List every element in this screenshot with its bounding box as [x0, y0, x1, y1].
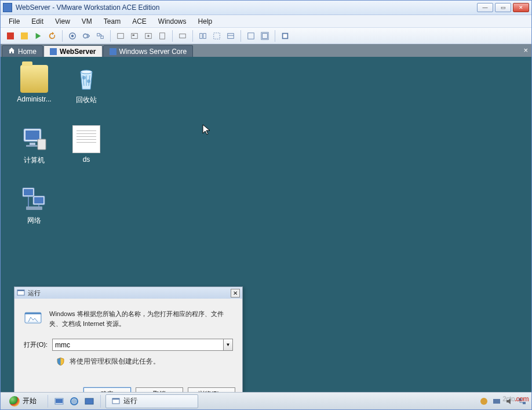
vmware-window: WebServer - VMware Workstation ACE Editi… [0, 0, 532, 410]
titlebar[interactable]: WebServer - VMware Workstation ACE Editi… [1, 1, 531, 15]
open-combobox[interactable]: ▼ [52, 339, 233, 351]
svg-rect-35 [26, 206, 42, 210]
svg-rect-39 [17, 290, 24, 291]
suspend-button[interactable] [18, 30, 31, 42]
menu-file[interactable]: File [4, 16, 24, 27]
tab-home[interactable]: Home [2, 45, 43, 57]
snapshot-mgr-button[interactable] [94, 30, 107, 42]
tabstrip: Home WebServer Windows Server Core × [1, 44, 531, 57]
desktop-icon-ds[interactable]: ds [63, 125, 110, 164]
minimize-button[interactable]: — [477, 3, 493, 12]
view-btn-2[interactable] [210, 30, 223, 42]
separator [192, 30, 193, 42]
unity-button[interactable] [279, 30, 291, 42]
tab-label: WebServer [60, 48, 96, 56]
open-input[interactable] [52, 339, 223, 351]
svg-rect-34 [34, 197, 43, 204]
taskbar-item-run[interactable]: 运行 [105, 394, 198, 408]
poweron-button[interactable] [32, 30, 45, 42]
separator [275, 30, 275, 42]
tool-btn-2[interactable] [128, 30, 141, 42]
menu-edit[interactable]: Edit [27, 16, 48, 27]
fullscreen-btn-2[interactable] [258, 30, 271, 42]
tool-btn-5[interactable] [176, 30, 189, 42]
svg-rect-15 [214, 32, 220, 39]
icon-label: 回收站 [63, 95, 110, 105]
quicklaunch-explorer[interactable] [83, 395, 96, 408]
tray-icon-1[interactable] [479, 397, 489, 406]
svg-point-49 [480, 398, 487, 405]
desktop-icon-recycle[interactable]: 回收站 [63, 65, 110, 105]
guest-desktop[interactable]: Administr... 回收站 计算机 ds 网络 [1, 57, 531, 409]
desktop-icon-network[interactable]: 网络 [11, 186, 57, 226]
poweroff-button[interactable] [4, 30, 17, 42]
close-button[interactable]: ✕ [513, 3, 529, 12]
menu-help[interactable]: Help [194, 16, 217, 27]
tool-btn-4[interactable] [156, 30, 169, 42]
reset-button[interactable] [46, 30, 59, 42]
view-btn-3[interactable] [224, 30, 237, 42]
svg-rect-29 [26, 145, 39, 147]
dropdown-button[interactable]: ▼ [223, 339, 233, 351]
tray-icon-network[interactable] [518, 397, 527, 406]
tab-webserver[interactable]: WebServer [43, 45, 102, 57]
view-btn-1[interactable] [196, 30, 209, 42]
svg-rect-46 [85, 398, 93, 404]
vm-icon [50, 48, 57, 55]
tool-btn-1[interactable] [114, 30, 127, 42]
home-icon [8, 47, 15, 56]
menu-vm[interactable]: VM [77, 16, 97, 27]
svg-rect-18 [248, 32, 254, 39]
run-dialog[interactable]: 运行 ✕ Windows 将根据您所输入的名称，为您打开相应的程序、文件夹、文档… [14, 286, 243, 408]
menu-team[interactable]: Team [99, 16, 125, 27]
revert-button[interactable] [80, 30, 93, 42]
svg-point-23 [81, 70, 92, 74]
separator [100, 395, 101, 408]
vm-icon [110, 48, 116, 55]
menu-view[interactable]: View [50, 16, 75, 27]
svg-rect-4 [97, 33, 100, 35]
menu-windows[interactable]: Windows [154, 16, 191, 27]
svg-rect-14 [203, 33, 206, 38]
recycle-bin-icon [72, 65, 100, 93]
admin-note-text: 将使用管理权限创建此任务。 [70, 357, 160, 367]
snapshot-button[interactable] [66, 30, 79, 42]
svg-point-24 [82, 76, 86, 79]
svg-point-2 [71, 34, 74, 37]
svg-rect-12 [180, 34, 186, 38]
toolbar [1, 28, 531, 44]
separator [62, 30, 63, 42]
tab-close-button[interactable]: × [523, 46, 528, 55]
run-icon [112, 397, 120, 405]
computer-icon [20, 125, 48, 153]
window-buttons: — ▭ ✕ [477, 3, 529, 12]
svg-rect-13 [200, 33, 202, 38]
app-icon [3, 3, 12, 12]
menu-ace[interactable]: ACE [127, 16, 151, 27]
quicklaunch-desktop[interactable] [53, 395, 65, 408]
svg-point-3 [83, 34, 88, 38]
network-icon [20, 186, 48, 213]
icon-label: Administr... [11, 95, 57, 103]
desktop-icon-administrator[interactable]: Administr... [11, 65, 57, 103]
svg-marker-0 [36, 32, 41, 39]
tab-wincore[interactable]: Windows Server Core [103, 45, 194, 57]
run-body: Windows 将根据您所输入的名称，为您打开相应的程序、文件夹、文档或 Int… [14, 299, 242, 382]
tool-btn-3[interactable] [142, 30, 155, 42]
fullscreen-btn-1[interactable] [245, 30, 257, 42]
svg-rect-22 [283, 34, 287, 38]
desktop-icon-computer[interactable]: 计算机 [11, 125, 57, 165]
run-close-button[interactable]: ✕ [231, 289, 240, 297]
taskbar[interactable]: 开始 运行 [1, 392, 531, 409]
start-button[interactable]: 开始 [3, 394, 43, 408]
icon-label: 网络 [11, 216, 57, 226]
start-label: 开始 [23, 396, 37, 406]
tray-icon-2[interactable] [492, 397, 501, 406]
quicklaunch-ie[interactable] [68, 395, 81, 408]
maximize-button[interactable]: ▭ [495, 3, 511, 12]
separator [172, 30, 173, 42]
run-icon [17, 289, 25, 297]
tray-icon-volume[interactable] [505, 397, 514, 406]
window-title: WebServer - VMware Workstation ACE Editi… [16, 3, 477, 12]
run-titlebar[interactable]: 运行 ✕ [14, 287, 242, 299]
